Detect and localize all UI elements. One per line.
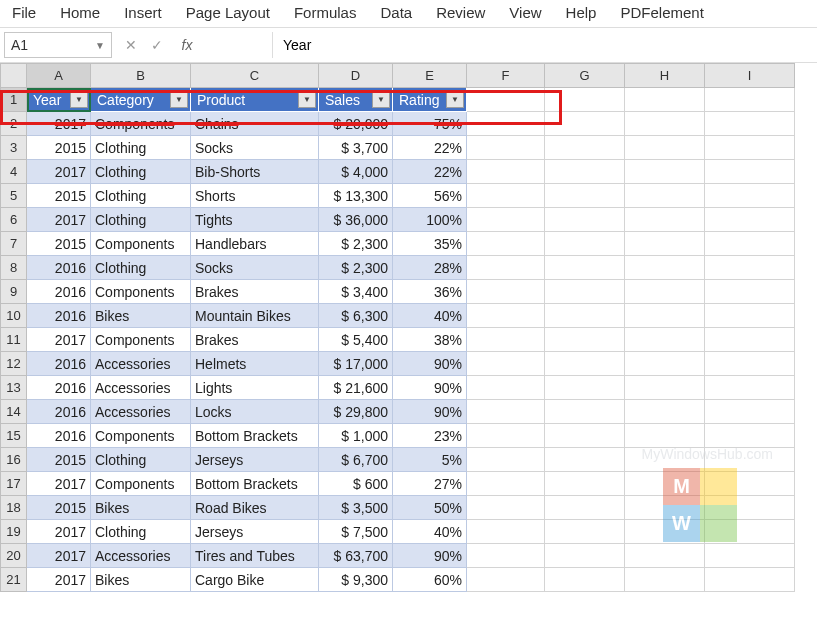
row-header[interactable]: 13 bbox=[1, 376, 27, 400]
filter-dropdown-icon[interactable]: ▼ bbox=[446, 90, 464, 108]
cell[interactable] bbox=[545, 88, 625, 112]
cell[interactable] bbox=[705, 160, 795, 184]
row-header[interactable]: 2 bbox=[1, 112, 27, 136]
cell[interactable] bbox=[545, 472, 625, 496]
cell-rating[interactable]: 75% bbox=[393, 112, 467, 136]
cell-product[interactable]: Cargo Bike bbox=[191, 568, 319, 592]
menu-help[interactable]: Help bbox=[566, 4, 597, 21]
cell-product[interactable]: Chains bbox=[191, 112, 319, 136]
cell-sales[interactable]: $ 13,300 bbox=[319, 184, 393, 208]
row-header[interactable]: 15 bbox=[1, 424, 27, 448]
cell-rating[interactable]: 38% bbox=[393, 328, 467, 352]
cell-category[interactable]: Bikes bbox=[91, 496, 191, 520]
cell[interactable] bbox=[467, 352, 545, 376]
cell-year[interactable]: 2015 bbox=[27, 136, 91, 160]
cell-rating[interactable]: 90% bbox=[393, 400, 467, 424]
col-header-B[interactable]: B bbox=[91, 64, 191, 88]
cell-year[interactable]: 2015 bbox=[27, 184, 91, 208]
cell[interactable] bbox=[625, 328, 705, 352]
cell[interactable] bbox=[625, 352, 705, 376]
cell[interactable] bbox=[625, 112, 705, 136]
col-header-H[interactable]: H bbox=[625, 64, 705, 88]
select-all-corner[interactable] bbox=[1, 64, 27, 88]
cell-category[interactable]: Components bbox=[91, 472, 191, 496]
row-header[interactable]: 21 bbox=[1, 568, 27, 592]
cell-year[interactable]: 2016 bbox=[27, 424, 91, 448]
row-header[interactable]: 17 bbox=[1, 472, 27, 496]
cell-year[interactable]: 2017 bbox=[27, 160, 91, 184]
cell[interactable] bbox=[467, 280, 545, 304]
cell[interactable] bbox=[545, 328, 625, 352]
cell[interactable] bbox=[467, 328, 545, 352]
col-header-A[interactable]: A bbox=[27, 64, 91, 88]
cell[interactable] bbox=[705, 496, 795, 520]
cell-product[interactable]: Lights bbox=[191, 376, 319, 400]
cell-sales[interactable]: $ 1,000 bbox=[319, 424, 393, 448]
menu-pdfelement[interactable]: PDFelement bbox=[620, 4, 703, 21]
cell[interactable] bbox=[545, 160, 625, 184]
cell[interactable] bbox=[545, 376, 625, 400]
cell[interactable] bbox=[705, 112, 795, 136]
cell-sales[interactable]: $ 36,000 bbox=[319, 208, 393, 232]
cell[interactable] bbox=[625, 424, 705, 448]
cancel-icon[interactable]: ✕ bbox=[122, 37, 140, 53]
cell-product[interactable]: Handlebars bbox=[191, 232, 319, 256]
cell[interactable] bbox=[467, 448, 545, 472]
cell[interactable] bbox=[705, 304, 795, 328]
cell-category[interactable]: Clothing bbox=[91, 184, 191, 208]
cell[interactable] bbox=[625, 496, 705, 520]
cell-product[interactable]: Jerseys bbox=[191, 448, 319, 472]
cell[interactable] bbox=[625, 208, 705, 232]
menu-home[interactable]: Home bbox=[60, 4, 100, 21]
cell[interactable] bbox=[545, 208, 625, 232]
row-header[interactable]: 7 bbox=[1, 232, 27, 256]
cell[interactable] bbox=[705, 280, 795, 304]
cell[interactable] bbox=[625, 400, 705, 424]
table-header-product[interactable]: Product▼ bbox=[191, 88, 319, 112]
table-header-sales[interactable]: Sales▼ bbox=[319, 88, 393, 112]
cell-year[interactable]: 2017 bbox=[27, 472, 91, 496]
spreadsheet-grid[interactable]: ABCDEFGHI 1Year▼Category▼Product▼Sales▼R… bbox=[0, 63, 795, 592]
cell[interactable] bbox=[467, 136, 545, 160]
cell-sales[interactable]: $ 6,300 bbox=[319, 304, 393, 328]
col-header-E[interactable]: E bbox=[393, 64, 467, 88]
cell[interactable] bbox=[625, 256, 705, 280]
chevron-down-icon[interactable]: ▼ bbox=[95, 40, 105, 51]
cell-category[interactable]: Clothing bbox=[91, 448, 191, 472]
cell-category[interactable]: Components bbox=[91, 328, 191, 352]
cell[interactable] bbox=[467, 424, 545, 448]
cell-sales[interactable]: $ 20,000 bbox=[319, 112, 393, 136]
cell[interactable] bbox=[545, 112, 625, 136]
cell[interactable] bbox=[705, 328, 795, 352]
row-header[interactable]: 3 bbox=[1, 136, 27, 160]
cell[interactable] bbox=[705, 520, 795, 544]
cell[interactable] bbox=[625, 472, 705, 496]
cell-year[interactable]: 2017 bbox=[27, 328, 91, 352]
cell[interactable] bbox=[705, 208, 795, 232]
cell-year[interactable]: 2015 bbox=[27, 232, 91, 256]
cell[interactable] bbox=[705, 568, 795, 592]
cell-year[interactable]: 2016 bbox=[27, 256, 91, 280]
cell-category[interactable]: Clothing bbox=[91, 160, 191, 184]
cell-sales[interactable]: $ 6,700 bbox=[319, 448, 393, 472]
cell-category[interactable]: Clothing bbox=[91, 256, 191, 280]
cell-year[interactable]: 2015 bbox=[27, 496, 91, 520]
cell-rating[interactable]: 90% bbox=[393, 544, 467, 568]
cell-rating[interactable]: 60% bbox=[393, 568, 467, 592]
cell[interactable] bbox=[545, 352, 625, 376]
cell[interactable] bbox=[467, 520, 545, 544]
cell-category[interactable]: Accessories bbox=[91, 352, 191, 376]
cell[interactable] bbox=[625, 520, 705, 544]
cell-product[interactable]: Mountain Bikes bbox=[191, 304, 319, 328]
cell[interactable] bbox=[545, 136, 625, 160]
cell[interactable] bbox=[467, 256, 545, 280]
cell[interactable] bbox=[467, 544, 545, 568]
cell-category[interactable]: Clothing bbox=[91, 208, 191, 232]
enter-icon[interactable]: ✓ bbox=[148, 37, 166, 53]
cell-product[interactable]: Socks bbox=[191, 256, 319, 280]
cell-rating[interactable]: 36% bbox=[393, 280, 467, 304]
cell[interactable] bbox=[625, 232, 705, 256]
cell-product[interactable]: Tires and Tubes bbox=[191, 544, 319, 568]
filter-dropdown-icon[interactable]: ▼ bbox=[170, 90, 188, 108]
cell[interactable] bbox=[625, 544, 705, 568]
